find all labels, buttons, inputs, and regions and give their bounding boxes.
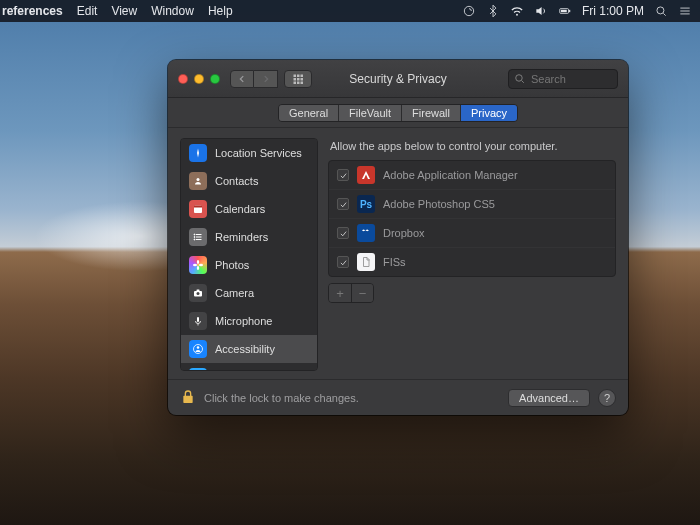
svg-rect-21 <box>194 206 202 208</box>
volume-icon[interactable] <box>534 4 548 18</box>
app-list[interactable]: Adobe Application ManagerPsAdobe Photosh… <box>328 160 616 277</box>
window-zoom-button[interactable] <box>210 74 220 84</box>
app-name: Adobe Photoshop CS5 <box>383 198 495 210</box>
svg-point-17 <box>516 74 523 81</box>
svg-point-38 <box>194 345 203 354</box>
sidebar-item-label: Accessibility <box>215 343 275 355</box>
svg-rect-15 <box>297 81 300 84</box>
advanced-button[interactable]: Advanced… <box>508 389 590 407</box>
app-icon: Ps <box>357 195 375 213</box>
sidebar-item-label: Photos <box>215 259 249 271</box>
menu-item-edit[interactable]: Edit <box>77 4 98 18</box>
contact-icon <box>189 172 207 190</box>
svg-rect-36 <box>197 317 199 322</box>
svg-rect-11 <box>294 78 297 81</box>
svg-point-25 <box>194 234 195 235</box>
svg-rect-16 <box>301 81 304 84</box>
menu-app-name[interactable]: references <box>2 4 63 18</box>
bluetooth-icon[interactable] <box>486 4 500 18</box>
sidebar-item-label: Calendars <box>215 203 265 215</box>
sidebar-item-camera[interactable]: Camera <box>181 279 317 307</box>
menu-item-view[interactable]: View <box>111 4 137 18</box>
window-minimize-button[interactable] <box>194 74 204 84</box>
preferences-window: Security & Privacy General FileVault Fir… <box>168 60 628 415</box>
app-name: Dropbox <box>383 227 425 239</box>
tab-privacy[interactable]: Privacy <box>461 105 517 121</box>
svg-rect-2 <box>569 10 570 12</box>
notification-center-icon[interactable] <box>678 4 692 18</box>
svg-marker-40 <box>362 171 370 179</box>
app-icon <box>357 224 375 242</box>
search-icon <box>513 72 526 85</box>
app-row[interactable]: Adobe Application Manager <box>329 161 615 189</box>
app-checkbox[interactable] <box>337 198 349 210</box>
app-icon <box>357 253 375 271</box>
privacy-sidebar[interactable]: Location ServicesContactsCalendarsRemind… <box>180 138 318 371</box>
flower-icon <box>189 256 207 274</box>
person-icon <box>189 340 207 358</box>
lock-text: Click the lock to make changes. <box>204 392 359 404</box>
remove-app-button[interactable]: − <box>351 284 373 302</box>
window-titlebar[interactable]: Security & Privacy <box>168 60 628 98</box>
tab-filevault[interactable]: FileVault <box>339 105 402 121</box>
sidebar-item-location-services[interactable]: Location Services <box>181 139 317 167</box>
svg-rect-9 <box>297 74 300 77</box>
camera-icon <box>189 284 207 302</box>
sidebar-item-microphone[interactable]: Microphone <box>181 307 317 335</box>
nav-back-button[interactable] <box>230 70 254 88</box>
svg-rect-8 <box>294 74 297 77</box>
tab-general[interactable]: General <box>279 105 339 121</box>
svg-point-31 <box>193 264 197 266</box>
window-close-button[interactable] <box>178 74 188 84</box>
sidebar-item-label: Contacts <box>215 175 258 187</box>
help-button[interactable]: ? <box>598 389 616 407</box>
menu-clock[interactable]: Fri 1:00 PM <box>582 4 644 18</box>
menu-item-window[interactable]: Window <box>151 4 194 18</box>
svg-point-26 <box>194 237 195 238</box>
app-row[interactable]: PsAdobe Photoshop CS5 <box>329 189 615 218</box>
sidebar-item-photos[interactable]: Photos <box>181 251 317 279</box>
nav-forward-button[interactable] <box>254 70 278 88</box>
mic-icon <box>189 312 207 330</box>
sidebar-item-full-disk-access[interactable]: Full Disk Access <box>181 363 317 371</box>
battery-icon[interactable] <box>558 4 572 18</box>
tab-firewall[interactable]: Firewall <box>402 105 461 121</box>
svg-point-28 <box>197 264 199 266</box>
svg-rect-10 <box>301 74 304 77</box>
app-name: Adobe Application Manager <box>383 169 518 181</box>
wifi-icon[interactable] <box>510 4 524 18</box>
svg-point-4 <box>657 7 664 14</box>
svg-rect-35 <box>197 290 200 292</box>
svg-point-32 <box>199 264 203 266</box>
sidebar-item-label: Camera <box>215 287 254 299</box>
svg-marker-18 <box>197 149 199 158</box>
menu-item-help[interactable]: Help <box>208 4 233 18</box>
app-checkbox[interactable] <box>337 227 349 239</box>
svg-rect-12 <box>297 78 300 81</box>
sidebar-item-label: Microphone <box>215 315 272 327</box>
svg-point-0 <box>464 6 473 15</box>
menu-bar: references Edit View Window Help Fri 1:0… <box>0 0 700 22</box>
sidebar-item-calendars[interactable]: Calendars <box>181 195 317 223</box>
search-menu-icon[interactable] <box>654 4 668 18</box>
sidebar-item-accessibility[interactable]: Accessibility <box>181 335 317 363</box>
app-row[interactable]: Dropbox <box>329 218 615 247</box>
show-all-button[interactable] <box>284 70 312 88</box>
app-row[interactable]: FISs <box>329 247 615 276</box>
tabs-row: General FileVault Firewall Privacy <box>168 98 628 128</box>
app-checkbox[interactable] <box>337 256 349 268</box>
svg-point-30 <box>197 266 199 270</box>
svg-point-19 <box>197 178 200 181</box>
sidebar-item-contacts[interactable]: Contacts <box>181 167 317 195</box>
lock-icon[interactable] <box>180 389 196 407</box>
sidebar-item-reminders[interactable]: Reminders <box>181 223 317 251</box>
desktop-wallpaper: references Edit View Window Help Fri 1:0… <box>0 0 700 525</box>
svg-point-29 <box>197 260 199 264</box>
compass-icon <box>189 144 207 162</box>
svg-rect-3 <box>561 10 567 12</box>
app-checkbox[interactable] <box>337 169 349 181</box>
backup-status-icon[interactable] <box>462 4 476 18</box>
app-name: FISs <box>383 256 406 268</box>
add-app-button[interactable]: + <box>329 284 351 302</box>
svg-rect-13 <box>301 78 304 81</box>
